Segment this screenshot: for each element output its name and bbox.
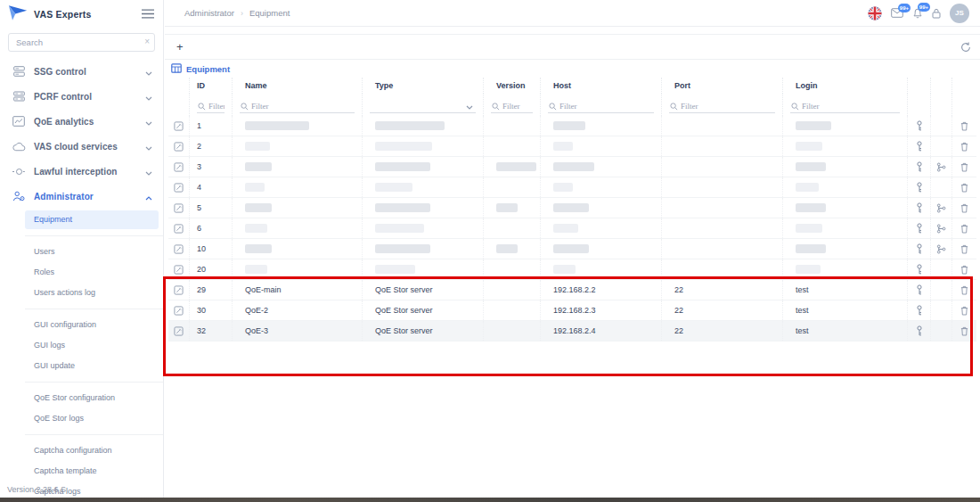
sidebar-subitem-users-actions-log[interactable]: Users actions log xyxy=(25,284,159,302)
cell-name xyxy=(233,136,363,156)
cell-name xyxy=(233,157,363,177)
branch-icon[interactable] xyxy=(931,198,952,218)
cell-type xyxy=(363,177,484,197)
filter-input-name[interactable] xyxy=(240,102,355,113)
column-header-id[interactable]: ID xyxy=(190,78,233,94)
search-clear-icon[interactable]: × xyxy=(144,37,150,47)
column-header-login[interactable]: Login xyxy=(783,78,908,94)
delete-icon[interactable] xyxy=(952,177,976,197)
branch-icon[interactable] xyxy=(931,239,952,259)
delete-icon[interactable] xyxy=(952,239,976,259)
sidebar-subitem-roles[interactable]: Roles xyxy=(25,263,159,282)
edit-icon[interactable] xyxy=(168,177,190,197)
cell-version xyxy=(484,136,541,156)
filter-input-host[interactable] xyxy=(548,102,654,113)
table-row[interactable]: 3 xyxy=(168,157,976,177)
key-icon[interactable] xyxy=(908,177,931,197)
key-icon[interactable] xyxy=(908,239,931,259)
sidebar-subitem-qoe-stor-logs[interactable]: QoE Stor logs xyxy=(25,409,159,428)
search-icon xyxy=(791,103,799,111)
column-header-host[interactable]: Host xyxy=(541,78,662,94)
key-icon[interactable] xyxy=(908,157,931,177)
key-icon[interactable] xyxy=(908,136,931,156)
column-header-name[interactable]: Name xyxy=(233,78,363,94)
redacted-value xyxy=(375,183,412,192)
highlight-box xyxy=(163,276,973,376)
table-row[interactable]: 5 xyxy=(168,198,976,218)
sidebar-subitem-qoe-stor-configuration[interactable]: QoE Stor configuration xyxy=(25,389,159,407)
sidebar-item-label: SSG control xyxy=(34,67,137,77)
edit-icon[interactable] xyxy=(168,116,190,136)
search-input[interactable] xyxy=(8,33,155,52)
chevron-up-icon xyxy=(145,188,152,204)
table-row[interactable]: 2 xyxy=(168,136,976,157)
notifications-bell-icon[interactable]: 99+ xyxy=(912,7,923,19)
table-header: ID Name Type Version Host Port Login xyxy=(168,78,976,94)
cell-host xyxy=(541,218,662,238)
type-filter-select[interactable] xyxy=(370,98,476,113)
edit-icon[interactable] xyxy=(168,218,190,238)
sidebar-item-ssg-control[interactable]: SSG control xyxy=(0,59,163,84)
column-header-port[interactable]: Port xyxy=(662,78,783,94)
sidebar-subitem-equipment[interactable]: Equipment xyxy=(25,210,159,229)
sidebar-subitem-captcha-template[interactable]: Captcha template xyxy=(25,462,159,481)
edit-icon[interactable] xyxy=(168,157,190,177)
messages-icon[interactable]: 99+ xyxy=(891,8,903,18)
cell-login xyxy=(783,116,908,136)
delete-icon[interactable] xyxy=(952,198,976,218)
delete-icon[interactable] xyxy=(952,116,976,136)
sidebar-item-pcrf-control[interactable]: PCRF control xyxy=(0,84,163,109)
language-flag-icon[interactable] xyxy=(868,6,882,21)
header-spacer xyxy=(908,78,931,94)
sidebar-subitem-gui-logs[interactable]: GUI logs xyxy=(25,336,159,355)
filter-input-login[interactable] xyxy=(790,102,900,113)
add-row-button[interactable]: + xyxy=(176,41,184,53)
table-row[interactable]: 1 xyxy=(168,116,976,136)
sidebar-subitem-users[interactable]: Users xyxy=(25,243,159,261)
header-spacer xyxy=(931,78,952,94)
sidebar-item-lawful-interception[interactable]: Lawful interception xyxy=(0,159,163,184)
cell-host xyxy=(541,157,662,177)
edit-icon[interactable] xyxy=(168,198,190,218)
table-row[interactable]: 6 xyxy=(168,218,976,239)
column-header-type[interactable]: Type xyxy=(363,78,484,94)
admin-user-gear-icon xyxy=(12,191,26,202)
sidebar-subitem-gui-configuration[interactable]: GUI configuration xyxy=(25,316,159,334)
key-icon[interactable] xyxy=(908,218,931,238)
edit-icon[interactable] xyxy=(168,239,190,259)
redacted-value xyxy=(796,203,826,212)
sidebar-subitem-captcha-configuration[interactable]: Captcha configuration xyxy=(25,441,159,460)
breadcrumb-parent[interactable]: Administrator xyxy=(184,8,234,18)
chevron-down-icon xyxy=(145,113,152,129)
redacted-value xyxy=(553,121,585,130)
table-row[interactable]: 4 xyxy=(168,177,976,198)
column-header-version[interactable]: Version xyxy=(484,78,541,94)
equipment-tab[interactable]: Equipment xyxy=(165,59,980,78)
cell-port xyxy=(662,116,783,136)
sidebar-item-qoe-analytics[interactable]: QoE analytics xyxy=(0,109,163,134)
cell-version xyxy=(484,239,541,259)
branch-slot xyxy=(931,136,952,156)
refresh-icon[interactable] xyxy=(960,42,971,53)
redacted-value xyxy=(796,224,822,233)
redacted-value xyxy=(245,203,272,212)
submenu-divider xyxy=(25,382,163,383)
sidebar-item-vas-cloud-services[interactable]: VAS cloud services xyxy=(0,134,163,159)
delete-icon[interactable] xyxy=(952,136,976,156)
delete-icon[interactable] xyxy=(952,218,976,238)
cell-port xyxy=(662,136,783,156)
branch-icon[interactable] xyxy=(931,218,952,238)
user-avatar[interactable]: JS xyxy=(950,4,969,23)
lock-icon[interactable] xyxy=(932,8,941,19)
key-icon[interactable] xyxy=(908,198,931,218)
table-row[interactable]: 10 xyxy=(168,239,976,259)
sidebar-subitem-gui-update[interactable]: GUI update xyxy=(25,357,159,375)
hamburger-menu-icon[interactable] xyxy=(142,6,154,22)
key-icon[interactable] xyxy=(908,116,931,136)
filter-input-port[interactable] xyxy=(669,102,775,113)
delete-icon[interactable] xyxy=(952,157,976,177)
branch-icon[interactable] xyxy=(931,157,952,177)
redacted-value xyxy=(496,203,518,212)
edit-icon[interactable] xyxy=(168,136,190,156)
sidebar-item-administrator[interactable]: Administrator xyxy=(0,184,163,209)
